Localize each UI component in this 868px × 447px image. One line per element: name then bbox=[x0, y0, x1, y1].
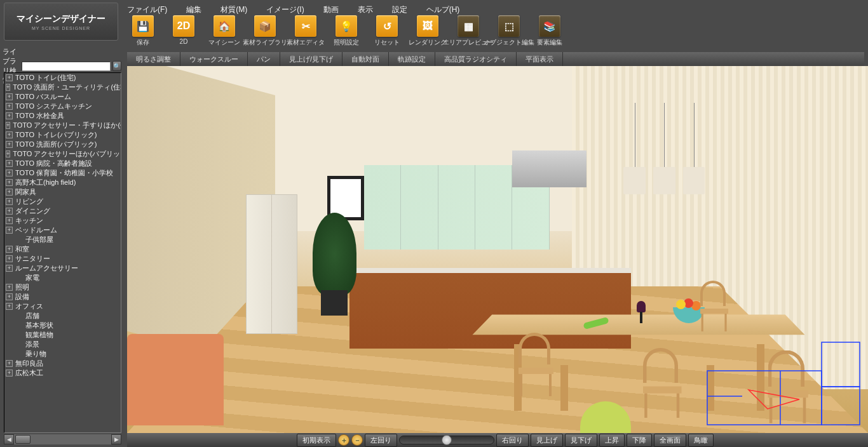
menu-view[interactable]: 表示 bbox=[358, 4, 373, 15]
tool-レンダリング[interactable]: 🖼レンダリング bbox=[412, 15, 444, 47]
tree-item[interactable]: +照明 bbox=[4, 283, 121, 292]
tree-item[interactable]: +高野木工(high field) bbox=[4, 178, 121, 187]
tree-item[interactable]: +TOTO 洗面所(パブリック) bbox=[4, 140, 121, 149]
search-input[interactable] bbox=[22, 62, 111, 71]
tree-item[interactable]: +サニタリー bbox=[4, 254, 121, 264]
tree-item[interactable]: +家電 bbox=[4, 273, 121, 283]
tree-item[interactable]: +キッチン bbox=[4, 216, 121, 225]
expand-icon[interactable]: + bbox=[6, 208, 13, 215]
lower-button[interactable]: 下降 bbox=[627, 434, 652, 447]
expand-icon[interactable]: + bbox=[6, 246, 13, 253]
subtool-ウォークスルー[interactable]: ウォークスルー bbox=[180, 52, 248, 66]
tool-マイシーン[interactable]: 🏠マイシーン bbox=[208, 15, 240, 47]
rotate-left-button[interactable]: 左回り bbox=[365, 434, 397, 447]
zoom-in-icon[interactable]: ＋ bbox=[338, 434, 349, 446]
search-button[interactable]: 🔍 bbox=[112, 61, 121, 71]
look-up-button[interactable]: 見上げ bbox=[531, 434, 563, 447]
tool-要素編集[interactable]: 📚要素編集 bbox=[534, 15, 566, 47]
subtool-見上げ/見下げ[interactable]: 見上げ/見下げ bbox=[280, 52, 342, 66]
scroll-right-icon[interactable]: ▶ bbox=[111, 434, 121, 444]
tree-item[interactable]: +ダイニング bbox=[4, 206, 121, 216]
tool-2D[interactable]: 2D2D bbox=[168, 15, 200, 45]
subtool-平面表示[interactable]: 平面表示 bbox=[517, 52, 563, 66]
subtool-軌跡設定[interactable]: 軌跡設定 bbox=[389, 52, 435, 66]
menu-edit[interactable]: 編集 bbox=[186, 4, 201, 15]
tree-item[interactable]: +設備 bbox=[4, 292, 121, 302]
rise-button[interactable]: 上昇 bbox=[599, 434, 625, 447]
expand-icon[interactable]: + bbox=[6, 122, 10, 129]
menu-movie[interactable]: 動画 bbox=[323, 4, 339, 15]
expand-icon[interactable]: + bbox=[6, 112, 13, 119]
rotate-right-button[interactable]: 右回り bbox=[496, 434, 529, 447]
tree-item[interactable]: +オフィス bbox=[4, 302, 121, 311]
tree-item[interactable]: +TOTO バスルーム bbox=[4, 92, 121, 102]
tree-item[interactable]: +和室 bbox=[4, 244, 121, 254]
fullscreen-button[interactable]: 全画面 bbox=[654, 434, 686, 447]
expand-icon[interactable]: + bbox=[6, 227, 13, 234]
tree-item[interactable]: +TOTO トイレ(住宅) bbox=[4, 73, 121, 83]
expand-icon[interactable]: + bbox=[6, 170, 13, 177]
expand-icon[interactable]: + bbox=[6, 360, 13, 367]
expand-icon[interactable]: + bbox=[6, 284, 13, 291]
tree-item[interactable]: +TOTO トイレ(パブリック) bbox=[4, 130, 121, 140]
tree-item[interactable]: +TOTO 洗面所・ユーティリティ(住宅) bbox=[4, 83, 121, 92]
expand-icon[interactable]: + bbox=[6, 265, 13, 272]
tool-保存[interactable]: 💾保存 bbox=[127, 15, 159, 47]
expand-icon[interactable]: + bbox=[6, 74, 13, 81]
expand-icon[interactable]: + bbox=[6, 131, 13, 138]
scroll-thumb[interactable] bbox=[15, 435, 31, 444]
initial-view-button[interactable]: 初期表示 bbox=[297, 434, 336, 447]
tree-item[interactable]: +関家具 bbox=[4, 187, 121, 197]
menu-settings[interactable]: 設定 bbox=[392, 4, 407, 15]
expand-icon[interactable]: + bbox=[6, 93, 13, 100]
tree-item[interactable]: +基本形状 bbox=[4, 321, 121, 330]
tree-item[interactable]: +TOTO アクセサリーほか(パブリック) bbox=[4, 149, 121, 159]
expand-icon[interactable]: + bbox=[6, 103, 13, 110]
tree-item[interactable]: +子供部屋 bbox=[4, 235, 121, 244]
tree-item[interactable]: +TOTO システムキッチン bbox=[4, 102, 121, 111]
expand-icon[interactable]: + bbox=[6, 179, 13, 186]
expand-icon[interactable]: + bbox=[6, 141, 13, 148]
menu-help[interactable]: ヘルプ(H) bbox=[426, 4, 460, 15]
expand-icon[interactable]: + bbox=[6, 293, 13, 300]
tree-item[interactable]: +TOTO アクセサリー・手すりほか(住宅) bbox=[4, 121, 121, 130]
tree-item[interactable]: +TOTO 病院・高齢者施設 bbox=[4, 159, 121, 168]
expand-icon[interactable]: + bbox=[6, 198, 13, 205]
tool-素材ライブラリ[interactable]: 📦素材ライブラリ bbox=[249, 15, 281, 47]
expand-icon[interactable]: + bbox=[6, 370, 13, 377]
look-down-button[interactable]: 見下げ bbox=[565, 434, 597, 447]
tool-オブジェクト編集[interactable]: ⬚オブジェクト編集 bbox=[493, 15, 525, 47]
tree-item[interactable]: +ルームアクセサリー bbox=[4, 264, 121, 273]
tree-item[interactable]: +無印良品 bbox=[4, 359, 121, 368]
tree-item[interactable]: +店舗 bbox=[4, 311, 121, 321]
tool-素材エディタ[interactable]: ✂素材エディタ bbox=[290, 15, 322, 47]
menu-material[interactable]: 材質(M) bbox=[220, 4, 247, 15]
tree-item[interactable]: +TOTO 水栓金具 bbox=[4, 111, 121, 121]
slider-thumb[interactable] bbox=[442, 435, 452, 445]
expand-icon[interactable]: + bbox=[6, 160, 13, 167]
tree-item[interactable]: +TOTO 保育園・幼稚園・小学校 bbox=[4, 168, 121, 178]
tool-照明設定[interactable]: 💡照明設定 bbox=[330, 15, 362, 47]
library-tree[interactable]: +TOTO トイレ(住宅)+TOTO 洗面所・ユーティリティ(住宅)+TOTO … bbox=[4, 72, 121, 433]
viewport-3d[interactable] bbox=[127, 66, 868, 433]
tool-エリアプレビュー[interactable]: ▦エリアプレビュー bbox=[452, 15, 484, 47]
subtool-自動対面[interactable]: 自動対面 bbox=[342, 52, 389, 66]
tree-item[interactable]: +観葉植物 bbox=[4, 330, 121, 340]
scroll-left-icon[interactable]: ◀ bbox=[4, 434, 14, 444]
expand-icon[interactable]: + bbox=[6, 189, 13, 196]
expand-icon[interactable]: + bbox=[6, 84, 10, 91]
tree-hscroll[interactable]: ◀ ▶ bbox=[4, 434, 121, 444]
tree-item[interactable]: +添景 bbox=[4, 340, 121, 349]
tool-リセット[interactable]: ↺リセット bbox=[371, 15, 403, 47]
menu-image[interactable]: イメージ(I) bbox=[266, 4, 304, 15]
subtool-高品質ラジオシティ[interactable]: 高品質ラジオシティ bbox=[435, 52, 517, 66]
bird-view-button[interactable]: 鳥瞰 bbox=[688, 434, 714, 447]
menu-file[interactable]: ファイル(F) bbox=[127, 4, 167, 15]
tree-item[interactable]: +乗り物 bbox=[4, 349, 121, 359]
expand-icon[interactable]: + bbox=[6, 303, 13, 310]
subtool-明るさ調整[interactable]: 明るさ調整 bbox=[127, 52, 180, 66]
tree-item[interactable]: +リビング bbox=[4, 197, 121, 206]
zoom-out-icon[interactable]: － bbox=[351, 434, 363, 446]
expand-icon[interactable]: + bbox=[6, 150, 10, 157]
expand-icon[interactable]: + bbox=[6, 217, 13, 224]
